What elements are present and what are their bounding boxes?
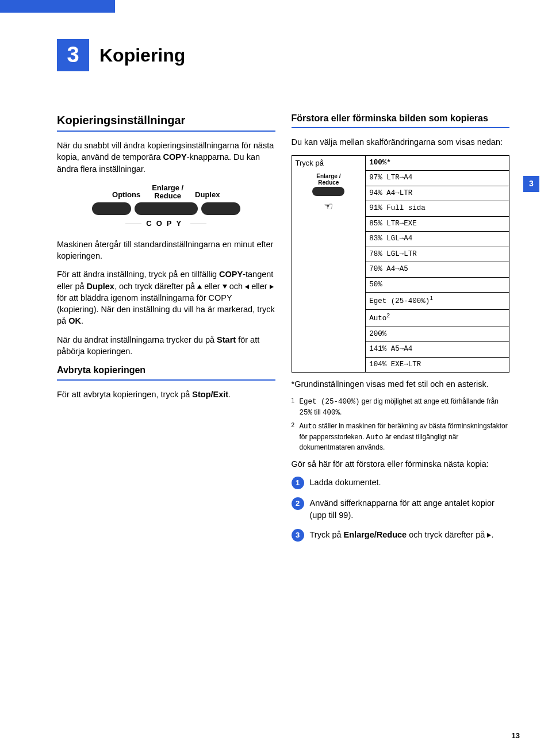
table-row: 97% LTR→A4 (366, 171, 509, 186)
table-row: 104% EXE→LTR (366, 357, 509, 373)
para-howto: Gör så här för att förstora eller förmin… (292, 458, 510, 470)
enlarge-label-1: Enlarge / (152, 183, 183, 192)
right-column: Förstora eller förminska bilden som kopi… (292, 112, 510, 550)
options-button-icon (92, 202, 131, 215)
table-head: Tryck på (296, 158, 362, 168)
step-number-icon: 2 (292, 497, 304, 510)
table-row: 70% A4→A5 (366, 262, 509, 278)
page-number: 13 (512, 731, 520, 741)
table-row: Auto2 (366, 309, 509, 327)
table-row: Eget (25-400%)1 (366, 293, 509, 310)
down-icon (223, 285, 227, 289)
table-row: 200% (366, 327, 509, 342)
up-icon (197, 285, 202, 289)
para-asterisk: *Grundinställningen visas med fet stil o… (292, 378, 510, 390)
rule (292, 127, 510, 128)
heading-cancel: Avbryta kopieringen (57, 364, 275, 377)
copy-label: COPY (125, 218, 206, 229)
step-number-icon: 3 (292, 529, 304, 542)
footnote-1: 1Eget (25-400%) ger dig möjlighet att an… (300, 397, 510, 418)
para-cancel: För att avbryta kopieringen, tryck på St… (57, 389, 275, 400)
footnote-2: 2Auto ställer in maskinen för beräkning … (300, 421, 510, 452)
table-row: 50% (366, 277, 509, 293)
options-label: Options (112, 190, 140, 200)
side-tab: 3 (523, 176, 539, 192)
table-row: 100%* (366, 155, 509, 171)
para-reset: Maskinen återgår till standardinställnin… (57, 239, 275, 262)
scale-table: Tryck på Enlarge /Reduce ☜ 100%* 97% LTR… (292, 155, 510, 373)
step-2: Använd sifferknapparna för att ange anta… (310, 497, 510, 521)
hand-icon: ☜ (324, 199, 333, 214)
para-intro: När du snabbt vill ändra kopieringsinstä… (57, 140, 275, 175)
step-3: Tryck på Enlarge/Reduce och tryck däreft… (310, 529, 510, 540)
table-row: 83% LGL→A4 (366, 232, 509, 247)
copy-buttons-figure: Options Enlarge /Reduce Duplex COPY (57, 184, 275, 229)
rule (57, 131, 275, 132)
table-row: 94% A4→LTR (366, 186, 509, 201)
para-start: När du ändrat inställningarna trycker du… (57, 334, 275, 358)
rule (57, 379, 275, 381)
step-1: Ladda dokumentet. (310, 477, 510, 488)
step-number-icon: 1 (292, 477, 304, 489)
para-change: För att ändra inställning, tryck på en t… (57, 268, 275, 327)
heading-enlarge: Förstora eller förminska bilden som kopi… (292, 112, 510, 125)
table-row: 141% A5→A4 (366, 342, 509, 358)
enlarge-label-2: Reduce (154, 191, 181, 200)
chapter-header: 3 Kopiering (57, 39, 185, 71)
duplex-label: Duplex (195, 190, 220, 200)
table-row: 91% Full sida (366, 201, 509, 217)
duplex-button-icon (201, 202, 240, 215)
para-scale: Du kan välja mellan skalförändringarna s… (292, 136, 510, 148)
enlarge-reduce-mini-icon (312, 187, 344, 196)
left-column: Kopieringsinställningar När du snabbt vi… (57, 112, 275, 550)
table-row: 85% LTR→EXE (366, 216, 509, 232)
table-row: 78% LGL→LTR (366, 247, 509, 262)
chapter-title: Kopiering (99, 43, 185, 68)
heading-settings: Kopieringsinställningar (57, 112, 275, 128)
enlarge-reduce-button-icon (135, 202, 198, 215)
header-tab (0, 0, 115, 13)
right-icon (270, 285, 274, 289)
chapter-number: 3 (57, 39, 89, 71)
